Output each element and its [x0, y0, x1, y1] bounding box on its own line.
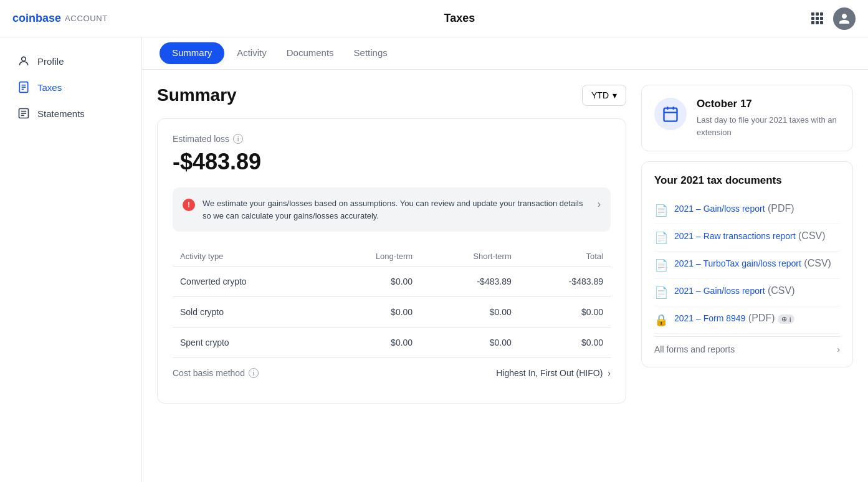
dropdown-chevron-icon: ▾ — [613, 90, 617, 100]
cost-basis-info-icon[interactable]: i — [249, 368, 259, 378]
calendar-icon — [654, 98, 687, 130]
estimated-loss-label: Estimated loss i — [173, 134, 611, 144]
statements-icon — [17, 107, 30, 120]
doc-type-5: (PDF) — [748, 313, 775, 323]
top-nav: coinbase ACCOUNT Taxes — [0, 0, 868, 37]
col-short-term: Short-term — [420, 247, 519, 267]
alert-chevron-icon: › — [598, 199, 601, 210]
info-icon[interactable]: i — [233, 134, 243, 144]
long-term-cell: $0.00 — [324, 297, 421, 328]
short-term-cell: $0.00 — [420, 297, 519, 328]
logo[interactable]: coinbase ACCOUNT — [12, 12, 108, 25]
document-icon-4: 📄 — [654, 286, 668, 300]
user-avatar[interactable] — [833, 7, 856, 30]
doc-type-1: (PDF) — [768, 203, 794, 214]
doc-link-turbotax[interactable]: 2021 – TurboTax gain/loss report — [674, 258, 801, 268]
summary-card: Estimated loss i -$483.89 ! We estimate … — [157, 118, 626, 404]
col-total: Total — [519, 247, 611, 267]
cost-basis-value: Highest In, First Out (HIFO) › — [496, 368, 611, 378]
table-row: Converted crypto $0.00 -$483.89 -$483.89 — [173, 267, 611, 297]
cost-basis-chevron-icon: › — [608, 368, 611, 378]
doc-item-gain-loss-pdf: 📄 2021 – Gain/loss report (PDF) — [654, 197, 840, 224]
col-long-term: Long-term — [324, 247, 421, 267]
tax-docs-title: Your 2021 tax documents — [654, 174, 840, 187]
long-term-cell: $0.00 — [324, 328, 421, 358]
doc-link-raw-transactions[interactable]: 2021 – Raw transactions report — [674, 231, 796, 241]
all-forms-link[interactable]: All forms and reports › — [654, 336, 840, 354]
content-area: Summary Activity Documents Settings Summ… — [142, 37, 868, 482]
left-column: Summary YTD ▾ Estimated loss i -$483.89 — [157, 85, 626, 467]
doc-link-gain-loss-pdf[interactable]: 2021 – Gain/loss report — [674, 204, 765, 214]
right-column: October 17 Last day to file your 2021 ta… — [641, 85, 853, 467]
long-term-cell: $0.00 — [324, 267, 421, 297]
document-icon-2: 📄 — [654, 231, 668, 245]
loss-amount: -$483.89 — [173, 149, 611, 175]
summary-title: Summary — [157, 85, 237, 105]
doc-item-form-8949: 🔒 2021 – Form 8949 (PDF) ⊕ i — [654, 306, 840, 334]
activity-type-cell: Converted crypto — [173, 267, 324, 297]
tab-documents[interactable]: Documents — [277, 37, 344, 70]
cost-basis-label: Cost basis method i — [173, 368, 259, 378]
activity-type-cell: Spent crypto — [173, 328, 324, 358]
badge-info-icon[interactable]: i — [789, 316, 791, 323]
person-icon — [17, 55, 30, 67]
page-content: Summary YTD ▾ Estimated loss i -$483.89 — [142, 70, 868, 482]
october-date: October 17 — [697, 98, 840, 110]
all-forms-chevron-icon: › — [837, 344, 840, 354]
cost-basis-row[interactable]: Cost basis method i Highest In, First Ou… — [173, 357, 611, 388]
tab-settings[interactable]: Settings — [344, 37, 398, 70]
short-term-cell: -$483.89 — [420, 267, 519, 297]
svg-rect-9 — [664, 108, 677, 121]
october-card-text: October 17 Last day to file your 2021 ta… — [697, 98, 840, 138]
doc-item-turbotax: 📄 2021 – TurboTax gain/loss report (CSV) — [654, 252, 840, 279]
main-layout: Profile Taxes Statements Summary Ac — [0, 37, 868, 482]
alert-text: We estimate your gains/losses based on a… — [203, 197, 590, 222]
tab-summary[interactable]: Summary — [160, 42, 224, 64]
tabs-bar: Summary Activity Documents Settings — [142, 37, 868, 70]
sidebar-label-statements: Statements — [37, 108, 85, 119]
short-term-cell: $0.00 — [420, 328, 519, 358]
col-activity-type: Activity type — [173, 247, 324, 267]
sidebar-item-taxes[interactable]: Taxes — [5, 75, 136, 100]
sidebar-label-profile: Profile — [37, 56, 64, 67]
doc-type-4: (CSV) — [768, 285, 795, 296]
doc-item-raw-transactions: 📄 2021 – Raw transactions report (CSV) — [654, 224, 840, 252]
activity-table: Activity type Long-term Short-term Total… — [173, 247, 611, 357]
account-label: ACCOUNT — [65, 14, 108, 23]
ytd-dropdown[interactable]: YTD ▾ — [582, 85, 626, 106]
doc-link-gain-loss-csv[interactable]: 2021 – Gain/loss report — [674, 286, 765, 296]
grid-menu-icon[interactable] — [811, 12, 823, 24]
top-nav-actions — [811, 7, 856, 30]
total-cell: $0.00 — [519, 328, 611, 358]
coinbase-wordmark: coinbase — [12, 12, 61, 25]
document-icon-3: 📄 — [654, 258, 668, 272]
alert-error-icon: ! — [183, 199, 195, 211]
october-description: Last day to file your 2021 taxes with an… — [697, 114, 840, 138]
doc-link-form-8949[interactable]: 2021 – Form 8949 — [674, 313, 745, 323]
all-forms-label: All forms and reports — [654, 344, 735, 354]
doc-type-2: (CSV) — [798, 230, 826, 241]
ytd-label: YTD — [591, 90, 609, 100]
total-cell: -$483.89 — [519, 267, 611, 297]
summary-header: Summary YTD ▾ — [157, 85, 626, 106]
document-icon-1: 📄 — [654, 204, 668, 217]
table-row: Sold crypto $0.00 $0.00 $0.00 — [173, 297, 611, 328]
sidebar-item-statements[interactable]: Statements — [5, 101, 136, 126]
date-reminder-card: October 17 Last day to file your 2021 ta… — [641, 85, 853, 151]
table-row: Spent crypto $0.00 $0.00 $0.00 — [173, 328, 611, 358]
sidebar: Profile Taxes Statements — [0, 37, 142, 482]
activity-type-cell: Sold crypto — [173, 297, 324, 328]
total-cell: $0.00 — [519, 297, 611, 328]
tax-documents-card: Your 2021 tax documents 📄 2021 – Gain/lo… — [641, 161, 853, 367]
taxes-icon — [17, 81, 30, 93]
sidebar-label-taxes: Taxes — [37, 82, 62, 93]
page-title: Taxes — [444, 12, 475, 25]
svg-point-0 — [22, 57, 26, 61]
upgrade-badge[interactable]: ⊕ i — [778, 314, 794, 324]
sidebar-item-profile[interactable]: Profile — [5, 49, 136, 73]
alert-box[interactable]: ! We estimate your gains/losses based on… — [173, 187, 611, 232]
october-card-content: October 17 Last day to file your 2021 ta… — [654, 98, 840, 138]
tab-activity[interactable]: Activity — [227, 37, 277, 70]
doc-type-3: (CSV) — [804, 258, 831, 268]
lock-icon: 🔒 — [654, 313, 668, 327]
